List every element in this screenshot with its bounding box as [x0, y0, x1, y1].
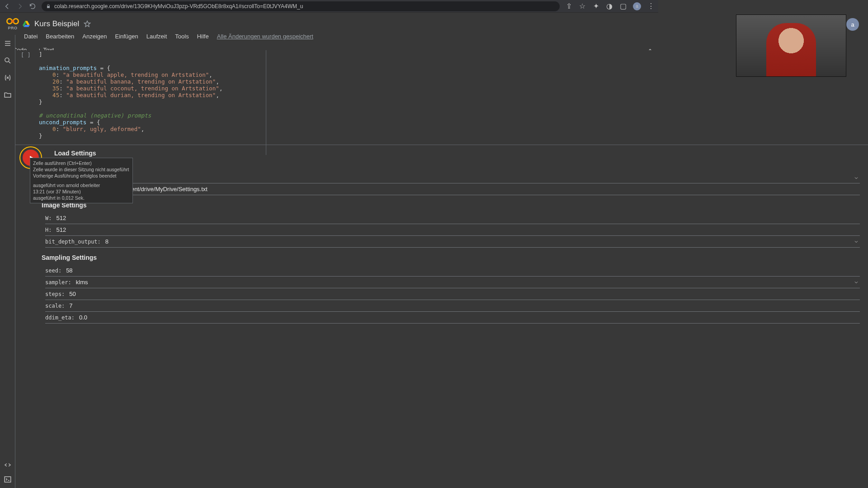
bit-depth-row[interactable]: bit_depth_output: 8	[45, 236, 658, 248]
tooltip-line: Zelle wurde in dieser Sitzung nicht ausg…	[33, 166, 130, 173]
menu-help[interactable]: Hilfe	[197, 33, 209, 40]
ddim-eta-row[interactable]: ddim_eta: 0.0	[45, 312, 658, 324]
lock-icon	[46, 4, 51, 9]
toc-icon[interactable]	[4, 39, 12, 47]
menu-file[interactable]: Datei	[24, 33, 38, 40]
menu-bar: Datei Bearbeiten Anzeigen Einfügen Laufz…	[0, 33, 658, 42]
tooltip-line: ausgeführt in 0,012 Sek.	[33, 195, 130, 201]
cell-split-divider	[266, 50, 266, 155]
field-label: ddim_eta:	[45, 314, 75, 321]
menu-runtime[interactable]: Laufzeit	[146, 33, 167, 40]
seed-row[interactable]: seed: 58	[45, 265, 658, 277]
field-label: steps:	[45, 291, 65, 297]
steps-row[interactable]: steps: 50	[45, 288, 658, 300]
svg-point-3	[5, 58, 9, 62]
accounts-icon[interactable]: ◑	[606, 3, 613, 10]
profile-icon[interactable]: a	[633, 2, 641, 10]
document-title[interactable]: Kurs Beispiel	[34, 19, 79, 28]
field-value[interactable]: 50	[69, 291, 658, 297]
sampling-settings-title: Sampling Settings	[42, 254, 658, 261]
menu-edit[interactable]: Bearbeiten	[46, 33, 74, 40]
forward-button[interactable]	[16, 3, 24, 10]
chrome-actions: ⇪ ☆ ✦ ◑ ▢ a ⋮	[565, 2, 655, 10]
h-row[interactable]: H: 512	[45, 224, 658, 236]
star-icon[interactable]	[84, 20, 91, 28]
menu-insert[interactable]: Einfügen	[115, 33, 138, 40]
field-label: sampler:	[45, 279, 71, 286]
image-settings-title: Image Settings	[42, 202, 658, 209]
scale-row[interactable]: scale: 7	[45, 300, 658, 312]
sampler-row[interactable]: sampler: klms	[45, 277, 658, 288]
field-value[interactable]: /content/drive/MyDrive/Settings.txt	[118, 186, 658, 192]
tooltip-line: ausgeführt von arnold oberleiter	[33, 182, 130, 188]
share-icon[interactable]: ⇪	[565, 3, 572, 10]
field-label: scale:	[45, 303, 65, 309]
svg-point-2	[11, 20, 14, 23]
form-cell-load-settings: Zelle ausführen (Ctrl+Enter) Zelle wurde…	[15, 145, 658, 333]
notebook-area: [ ] ] animation_prompts = { 0: "a beauti…	[15, 50, 658, 369]
tooltip-line: Zelle ausführen (Ctrl+Enter)	[33, 160, 130, 166]
files-icon[interactable]	[4, 91, 12, 99]
colab-logo[interactable]: PRO	[6, 17, 19, 30]
tooltip-line: 13:21 (vor 37 Minuten)	[33, 188, 130, 195]
field-value[interactable]: 512	[56, 226, 658, 233]
pro-badge: PRO	[8, 26, 17, 30]
url-bar[interactable]: colab.research.google.com/drive/13G9KHyM…	[42, 1, 560, 11]
code-cell[interactable]: [ ] ] animation_prompts = { 0: "a beauti…	[15, 50, 658, 143]
colab-header: PRO Kurs Beispiel	[0, 13, 658, 35]
menu-view[interactable]: Anzeigen	[82, 33, 107, 40]
menu-icon[interactable]: ⋮	[647, 3, 655, 10]
field-value[interactable]: 58	[66, 267, 658, 274]
bookmark-icon[interactable]: ☆	[579, 3, 586, 10]
w-row[interactable]: W: 512	[45, 212, 658, 224]
reload-button[interactable]	[29, 3, 36, 10]
browser-toolbar: colab.research.google.com/drive/13G9KHyM…	[0, 0, 658, 13]
field-label: H:	[45, 227, 52, 233]
override-dropdown-row[interactable]	[45, 173, 658, 183]
field-value[interactable]: 7	[69, 302, 658, 309]
tooltip-line: Vorherige Ausführung erfolglos beendet	[33, 173, 130, 179]
extensions-icon[interactable]: ✦	[592, 3, 599, 10]
menu-tools[interactable]: Tools	[175, 33, 189, 40]
field-value[interactable]: klms	[76, 279, 658, 286]
field-value[interactable]: 0.0	[79, 314, 658, 321]
field-label: W:	[45, 215, 52, 221]
variables-icon[interactable]	[4, 74, 12, 82]
drive-icon	[23, 20, 30, 28]
run-tooltip: Zelle ausführen (Ctrl+Enter) Zelle wurde…	[30, 158, 133, 203]
field-label: seed:	[45, 267, 61, 274]
field-value[interactable]: 512	[56, 215, 658, 221]
url-text: colab.research.google.com/drive/13G9KHyM…	[54, 3, 303, 9]
custom-settings-file-row[interactable]: custom_settings_file: /content/drive/MyD…	[45, 183, 658, 195]
save-status[interactable]: Alle Änderungen wurden gespeichert	[217, 33, 313, 40]
load-settings-title: Load Settings	[54, 150, 658, 157]
back-button[interactable]	[4, 3, 11, 10]
left-sidebar	[0, 35, 15, 369]
code-editor[interactable]: ] animation_prompts = { 0: "a beautiful …	[39, 51, 658, 139]
search-icon[interactable]	[4, 56, 12, 65]
cell-exec-indicator[interactable]: [ ]	[21, 52, 31, 58]
field-value[interactable]: 8	[105, 238, 658, 245]
field-label: bit_depth_output:	[45, 239, 101, 245]
panel-icon[interactable]: ▢	[619, 3, 627, 10]
